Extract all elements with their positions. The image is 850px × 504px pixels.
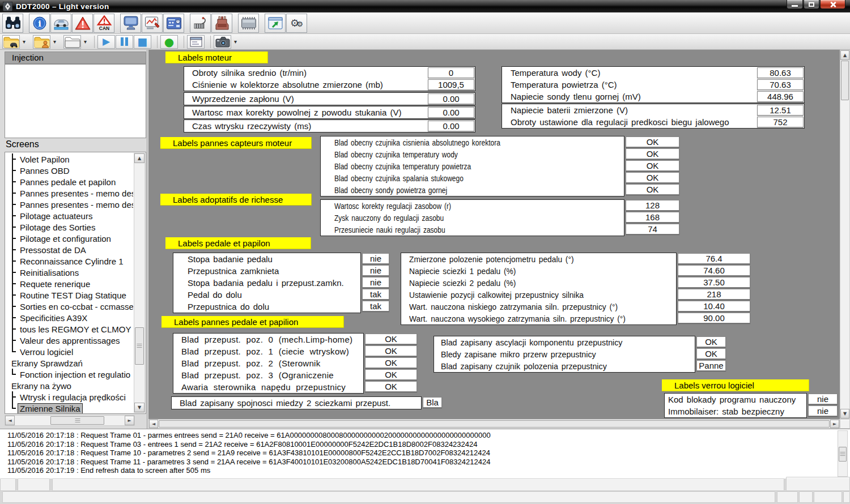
screen-item[interactable]: Specificities A39X [5, 312, 133, 323]
scroll-thumb[interactable] [159, 420, 830, 428]
folder-vehicle-button[interactable] [2, 35, 20, 49]
scroll-up-button[interactable]: ▲ [134, 153, 144, 163]
screen-item[interactable]: Fonction injection et regulatio [5, 369, 133, 380]
folder-user-icon [33, 35, 50, 49]
screen-item[interactable]: Volet Papilon [5, 153, 133, 165]
main-vertical-scrollbar[interactable]: ▲ ▼ [840, 50, 850, 419]
log-vertical-scrollbar[interactable] [838, 430, 848, 477]
export-button[interactable] [265, 14, 286, 33]
scroll-thumb[interactable] [50, 416, 104, 425]
chip-button[interactable] [238, 14, 259, 33]
scroll-thumb[interactable] [135, 327, 144, 365]
field-value: tak [362, 301, 389, 311]
scroll-down-button[interactable]: ▼ [134, 403, 144, 412]
dropdown-arrow-icon[interactable]: ▾ [232, 35, 239, 49]
scroll-thumb[interactable] [839, 447, 847, 462]
monitor-button[interactable] [120, 14, 141, 33]
probe-button[interactable] [190, 14, 211, 33]
screen-item[interactable]: Valeur des apprentissages [5, 335, 133, 346]
screen-item[interactable]: Ekrany Sprawdzań [5, 357, 133, 369]
alert-button[interactable] [72, 14, 93, 33]
info-button[interactable]: i [29, 14, 50, 33]
screen-item[interactable]: Pressostat de DA [5, 244, 133, 255]
screen-item[interactable]: Routine TEST Diag Statique [5, 289, 133, 301]
screen-item-label: Fonction injection et regulatio [18, 370, 132, 379]
close-button[interactable] [820, 0, 845, 9]
screen-item[interactable]: Pilotage et configuration [5, 233, 133, 244]
screen-item[interactable]: Pilotage actuateurs [5, 210, 133, 221]
pannes-pedale-table-right: Blad zapisany ascylacji komponentu przep… [434, 336, 695, 373]
maximize-button[interactable] [804, 0, 819, 9]
field-label: Blad obecny czujnika temperatury wody [321, 150, 624, 159]
monitor-graph-button[interactable] [142, 14, 163, 33]
screen-item-selected[interactable]: Zmienne Silnika [5, 403, 133, 413]
table-row: Czas wtrysku rzeczywisty (ms)0.00 [184, 120, 475, 132]
dropdown-arrow-icon[interactable]: ▾ [82, 35, 89, 49]
screens-vertical-scrollbar[interactable]: ▲ ▼ [134, 153, 145, 413]
scroll-up-button[interactable]: ▲ [840, 50, 849, 60]
ecu-panel-title[interactable]: Injection [5, 52, 146, 64]
field-value: 12.51 [757, 105, 804, 116]
screen-item[interactable]: Sorties en co-ccbat - ccmasse [5, 301, 133, 312]
screen-item[interactable]: tous les REGMOY et CLMOY [5, 323, 133, 335]
camera-button[interactable] [214, 35, 231, 49]
vehicle-button[interactable] [50, 14, 71, 33]
scroll-left-button[interactable]: ◄ [5, 416, 15, 425]
scroll-down-button[interactable]: ▼ [840, 409, 849, 418]
screen-item[interactable]: Pannes presentes - memo des [5, 199, 133, 210]
scroll-right-button[interactable]: ► [830, 420, 839, 428]
window-layout-button[interactable] [187, 35, 205, 49]
stop-button[interactable]: ■ [134, 35, 151, 49]
gears-button[interactable]: ⚙⚙ [286, 14, 307, 33]
control-panel-icon [166, 16, 182, 31]
scroll-thumb[interactable] [841, 61, 849, 100]
field-label: Ustawienie pozycji calkowitej przepustni… [401, 290, 676, 300]
camera-icon [215, 35, 231, 49]
ecu-list-box[interactable] [5, 64, 146, 138]
dropdown-arrow-icon[interactable]: ▾ [51, 35, 58, 49]
resize-grip[interactable] [843, 492, 850, 503]
actions-toolbar: ▾▾▾▶■●▾ [0, 34, 850, 50]
field-value: OK [626, 160, 679, 171]
screen-item[interactable]: Requete renerique [5, 278, 133, 289]
screen-item[interactable]: Reinitialisations [5, 267, 133, 278]
control-panel-button[interactable] [163, 14, 184, 33]
binoculars-button[interactable] [2, 14, 23, 33]
screen-item[interactable]: Reconnaissance Cylindre 1 [5, 255, 133, 267]
screen-item[interactable]: Wtrysk i regulacja prędkości [5, 391, 133, 403]
screen-item[interactable]: Verrou logiciel [5, 346, 133, 357]
screens-horizontal-scrollbar[interactable]: ◄ ► [5, 415, 135, 426]
connector-button[interactable] [211, 14, 232, 33]
folder-user-button[interactable] [33, 35, 50, 49]
scroll-up-icon: ▲ [843, 53, 847, 58]
scroll-left-button[interactable]: ◄ [149, 420, 158, 428]
scroll-right-button[interactable]: ► [125, 416, 134, 425]
field-value: nie [362, 265, 389, 276]
pause-button[interactable] [116, 35, 133, 49]
screen-item[interactable]: Pilotage des Sorties [5, 221, 133, 233]
dropdown-arrow-icon[interactable]: ▾ [20, 35, 28, 49]
status-bar-lower [0, 492, 850, 504]
record-button[interactable]: ● [160, 35, 178, 49]
screen-item[interactable]: Ekrany na żywo [5, 380, 133, 391]
screen-item[interactable]: Pannes OBD [5, 165, 133, 176]
play-button[interactable]: ▶ [97, 35, 115, 49]
table-row: Awaria sterownika napędu przepustnicy [173, 381, 363, 393]
screen-item[interactable]: Pannes presentes - memo des [5, 187, 133, 199]
screen-item-label: Routine TEST Diag Statique [18, 291, 128, 300]
table-row: Napiecie baterii zmierzone (V)12.51 [502, 104, 804, 116]
field-value: 76.4 [678, 253, 750, 264]
tree-branch-icon [12, 176, 18, 187]
main-horizontal-scrollbar[interactable]: ◄ ► [148, 419, 840, 429]
folder-plain-button[interactable] [63, 35, 81, 49]
table-row: Kod blokady programu nauczony [665, 394, 806, 405]
value-column: 76.474.6037.5021810.4090.00 [678, 253, 750, 324]
field-value: OK [626, 136, 679, 147]
log-panel: 11/05/2016 20:17:18 : Request Trame 01 -… [0, 429, 850, 479]
minimize-button[interactable] [787, 0, 803, 9]
scrollbar-corner [840, 419, 850, 429]
can-alert-button[interactable]: CAN [94, 14, 114, 33]
screens-title: Screens [6, 139, 39, 150]
scroll-right-icon: ► [833, 421, 836, 426]
screen-item[interactable]: Pannes pedale et papilon [5, 176, 133, 187]
